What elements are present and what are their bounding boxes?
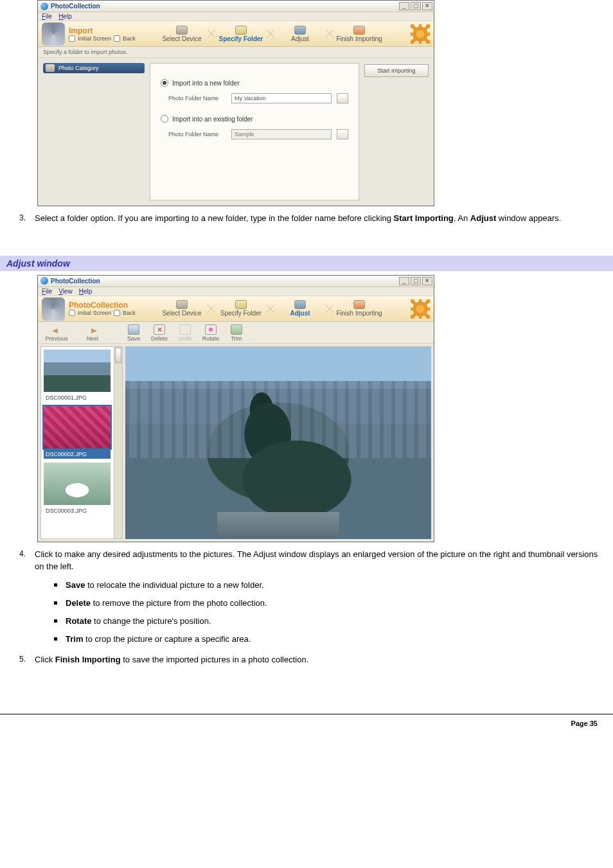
back-icon (114, 35, 120, 42)
back-link[interactable]: Back (123, 35, 136, 42)
window-title: PhotoCollection (51, 3, 399, 10)
thumbnail-item[interactable]: DSC00001.JPG (44, 350, 111, 402)
titlebar: PhotoCollection _ ▢ ✕ (38, 1, 434, 12)
gear-icon[interactable] (411, 299, 430, 319)
existing-folder-name-input (231, 129, 332, 139)
next-button[interactable]: Next (79, 326, 106, 342)
thumbnail-image (44, 463, 111, 505)
screenshot-adjust-window: PhotoCollection _ ▢ ✕ File View Help Pho… (37, 275, 600, 542)
bullet-rotate: Rotate to change the picture's position. (54, 616, 600, 627)
folder-icon (235, 300, 247, 309)
delete-button[interactable]: Delete (148, 324, 170, 342)
existing-folder-name-label: Photo Folder Name (168, 131, 226, 137)
thumbnail-item[interactable]: DSC00002.JPG (44, 406, 111, 459)
bullet-delete: Delete to remove the picture from the ph… (54, 598, 600, 609)
window-maximize-button[interactable]: ▢ (411, 277, 421, 285)
trim-icon (231, 324, 242, 335)
page-footer: Page 35 (0, 714, 613, 735)
thumbnail-scrollbar[interactable] (114, 347, 122, 538)
folder-options-panel: Import into a new folder Photo Folder Na… (150, 63, 359, 200)
adjust-icon (294, 26, 306, 35)
radio-existing-folder[interactable] (161, 115, 168, 123)
radio-new-folder-label: Import into a new folder (172, 80, 240, 87)
thumbnail-item[interactable]: DSC00003.JPG (44, 463, 111, 515)
menu-help[interactable]: Help (79, 288, 93, 295)
preview-subject (181, 377, 389, 527)
back-link[interactable]: Back (123, 310, 136, 316)
menu-bar: File View Help (38, 287, 434, 296)
wizard-step-finish[interactable]: Finish Importing (330, 21, 389, 46)
radio-new-folder[interactable] (161, 79, 168, 87)
new-folder-name-input[interactable] (231, 93, 332, 103)
camera-icon (176, 26, 188, 35)
arrow-right-icon (87, 326, 98, 335)
wizard-step-finish[interactable]: Finish Importing (330, 296, 389, 321)
wizard-logo-icon (42, 22, 65, 46)
menu-view[interactable]: View (58, 288, 73, 295)
wizard-step-specify-folder[interactable]: Specify Folder (211, 21, 271, 46)
save-button[interactable]: Save (123, 324, 145, 342)
hint-text: Specify a folder to import photos. (38, 47, 434, 58)
adjust-toolbar: Previous Next Save Delete Undo (38, 322, 434, 344)
gear-icon[interactable] (411, 24, 430, 44)
rotate-button[interactable]: Rotate (200, 324, 222, 342)
back-icon (114, 310, 120, 316)
arrow-left-icon (51, 326, 62, 335)
undo-icon (179, 324, 191, 335)
menu-file[interactable]: File (42, 13, 52, 20)
wizard-title: Import (69, 26, 152, 35)
start-importing-button[interactable]: Start Importing (364, 64, 429, 77)
menu-help[interactable]: Help (58, 13, 72, 20)
bullet-trim: Trim to crop the picture or capture a sp… (54, 633, 600, 645)
app-window: PhotoCollection _ ▢ ✕ File View Help Pho… (37, 275, 434, 542)
initial-screen-link[interactable]: Initial Screen (78, 35, 111, 42)
wizard-bar: Import Initial Screen Back Select Device… (38, 21, 434, 47)
app-window: PhotoCollection _ ▢ ✕ File Help Import I… (37, 0, 434, 206)
app-icon (40, 277, 48, 285)
app-icon (40, 3, 48, 10)
window-title: PhotoCollection (51, 278, 399, 285)
preview-pedestal (217, 512, 339, 539)
thumbnail-filename: DSC00001.JPG (44, 393, 111, 402)
previous-button[interactable]: Previous (43, 326, 70, 342)
photo-category-tab[interactable]: Photo Category (43, 63, 145, 73)
save-icon (128, 324, 139, 335)
wizard-step-select-device[interactable]: Select Device (152, 296, 211, 321)
initial-screen-link[interactable]: Initial Screen (78, 310, 111, 316)
window-close-button[interactable]: ✕ (422, 277, 432, 285)
window-minimize-button[interactable]: _ (399, 277, 409, 285)
wizard-step-specify-folder[interactable]: Specify Folder (211, 296, 271, 321)
camera-icon (176, 300, 188, 309)
wizard-step-adjust[interactable]: Adjust (271, 296, 330, 321)
wizard-bar: PhotoCollection Initial Screen Back Sele… (38, 296, 434, 322)
initial-screen-icon (69, 310, 75, 316)
radio-existing-folder-label: Import into an existing folder (172, 116, 253, 123)
rotate-icon (205, 324, 217, 335)
wizard-step-adjust[interactable]: Adjust (271, 21, 330, 46)
finish-icon (353, 300, 365, 309)
menu-file[interactable]: File (42, 288, 52, 295)
thumbnail-panel: DSC00001.JPG DSC00002.JPG DSC00003.JPG (40, 346, 123, 539)
browse-new-folder-button[interactable] (337, 93, 348, 103)
adjust-icon (294, 300, 306, 309)
delete-icon (154, 324, 165, 335)
bullet-save: Save to relocate the individual picture … (54, 580, 600, 591)
wizard-step-select-device[interactable]: Select Device (152, 21, 211, 46)
thumbnail-image (44, 406, 111, 448)
browse-existing-folder-button[interactable] (337, 129, 348, 139)
window-minimize-button[interactable]: _ (399, 2, 409, 10)
thumbnail-filename: DSC00002.JPG (44, 450, 111, 459)
trim-button[interactable]: Trim (226, 324, 247, 342)
screenshot-import-specify-folder: PhotoCollection _ ▢ ✕ File Help Import I… (37, 0, 600, 206)
window-close-button[interactable]: ✕ (422, 2, 432, 10)
image-preview (125, 346, 431, 539)
section-heading-adjust-window: Adjust window (0, 256, 613, 271)
undo-button: Undo (174, 324, 196, 342)
folder-icon (235, 26, 247, 35)
thumbnail-image (44, 350, 111, 392)
step-4: Click to make any desired adjustments to… (19, 549, 600, 645)
finish-icon (353, 26, 365, 35)
window-maximize-button[interactable]: ▢ (411, 2, 421, 10)
wizard-title: PhotoCollection (69, 301, 152, 310)
titlebar: PhotoCollection _ ▢ ✕ (38, 276, 434, 287)
